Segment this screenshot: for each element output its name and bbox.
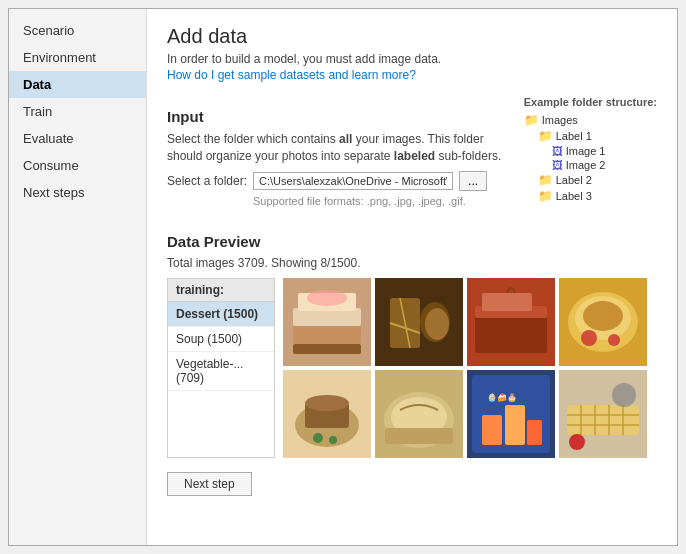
category-vegetable[interactable]: Vegetable-... (709)	[168, 352, 274, 391]
folder-input[interactable]	[253, 172, 453, 190]
image-cell-7: 🧁🍰🎂	[467, 370, 555, 458]
next-step-button[interactable]: Next step	[167, 472, 252, 496]
image-cell-5	[283, 370, 371, 458]
help-link[interactable]: How do I get sample datasets and learn m…	[167, 68, 657, 82]
example-folder-structure: Example folder structure: 📁 Images 📁 Lab…	[524, 96, 657, 204]
app-window: Scenario Environment Data Train Evaluate…	[8, 8, 678, 546]
svg-rect-13	[475, 313, 547, 353]
categories-header: training:	[168, 279, 274, 302]
image-icon-2: 🖼	[552, 159, 563, 171]
tree-label-image1: Image 1	[566, 145, 606, 157]
sidebar-item-consume[interactable]: Consume	[9, 152, 146, 179]
preview-meta: Total images 3709. Showing 8/1500.	[167, 256, 657, 270]
folder-icon-label3: 📁	[538, 189, 553, 203]
tree-image2: 🖼 Image 2	[524, 158, 657, 172]
category-dessert[interactable]: Dessert (1500)	[168, 302, 274, 327]
tree-label-images: Images	[542, 114, 578, 126]
folder-icon-label1: 📁	[538, 129, 553, 143]
image-icon-1: 🖼	[552, 145, 563, 157]
example-title: Example folder structure:	[524, 96, 657, 108]
svg-rect-15	[482, 293, 532, 311]
image-cell-6	[375, 370, 463, 458]
image-cell-3	[467, 278, 555, 366]
image-cell-2	[375, 278, 463, 366]
svg-point-47	[612, 383, 636, 407]
svg-rect-31	[385, 428, 453, 444]
svg-point-5	[307, 290, 347, 306]
tree-label-label3: Label 3	[556, 190, 592, 202]
sidebar-item-train[interactable]: Train	[9, 98, 146, 125]
data-preview-section: Data Preview Total images 3709. Showing …	[167, 233, 657, 458]
categories-list: training: Dessert (1500) Soup (1500) Veg…	[167, 278, 275, 458]
image-cell-1	[283, 278, 371, 366]
preview-body: training: Dessert (1500) Soup (1500) Veg…	[167, 278, 657, 458]
svg-point-20	[581, 330, 597, 346]
sidebar-item-data[interactable]: Data	[9, 71, 146, 98]
browse-button[interactable]: ...	[459, 171, 487, 191]
tree-images: 📁 Images	[524, 112, 657, 128]
page-description: In order to build a model, you must add …	[167, 52, 657, 66]
input-description: Select the folder which contains all you…	[167, 131, 504, 165]
page-title: Add data	[167, 25, 657, 48]
input-section-title: Input	[167, 108, 504, 125]
folder-label: Select a folder:	[167, 174, 247, 188]
sidebar-item-next-steps[interactable]: Next steps	[9, 179, 146, 206]
svg-text:🧁🍰🎂: 🧁🍰🎂	[487, 392, 517, 402]
folder-icon-label2: 📁	[538, 173, 553, 187]
svg-point-25	[305, 395, 349, 411]
image-cell-8	[559, 370, 647, 458]
tree-image1: 🖼 Image 1	[524, 144, 657, 158]
svg-point-46	[569, 434, 585, 450]
sidebar-item-environment[interactable]: Environment	[9, 44, 146, 71]
labeled-highlight: labeled	[394, 149, 435, 163]
svg-point-26	[313, 433, 323, 443]
folder-icon-images: 📁	[524, 113, 539, 127]
preview-title: Data Preview	[167, 233, 657, 250]
image-grid: 🧁🍰🎂	[283, 278, 647, 458]
svg-point-27	[329, 436, 337, 444]
svg-point-21	[608, 334, 620, 346]
svg-rect-36	[527, 420, 542, 445]
svg-rect-3	[293, 344, 361, 354]
all-highlight: all	[339, 132, 352, 146]
tree-label1: 📁 Label 1	[524, 128, 657, 144]
image-cell-4	[559, 278, 647, 366]
svg-rect-39	[567, 405, 639, 435]
tree-label2: 📁 Label 2	[524, 172, 657, 188]
svg-point-11	[425, 308, 449, 340]
main-content: Add data In order to build a model, you …	[147, 9, 677, 545]
sidebar-item-evaluate[interactable]: Evaluate	[9, 125, 146, 152]
sidebar: Scenario Environment Data Train Evaluate…	[9, 9, 147, 545]
tree-label-label1: Label 1	[556, 130, 592, 142]
category-soup[interactable]: Soup (1500)	[168, 327, 274, 352]
tree-label-image2: Image 2	[566, 159, 606, 171]
file-formats: Supported file formats: .png, .jpg, .jpe…	[253, 195, 504, 207]
svg-point-19	[583, 301, 623, 331]
tree-label-label2: Label 2	[556, 174, 592, 186]
svg-rect-34	[482, 415, 502, 445]
svg-rect-2	[293, 326, 361, 344]
svg-rect-35	[505, 405, 525, 445]
tree-label3: 📁 Label 3	[524, 188, 657, 204]
sidebar-item-scenario[interactable]: Scenario	[9, 17, 146, 44]
